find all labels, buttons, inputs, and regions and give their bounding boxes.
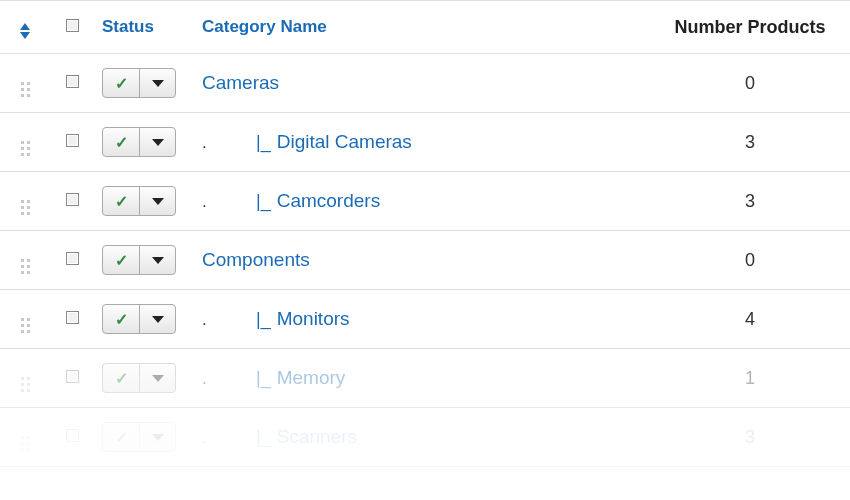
tree-branch-icon: |_	[256, 191, 271, 212]
drag-handle-icon[interactable]	[21, 82, 30, 97]
indent-dot: .	[202, 192, 228, 212]
chevron-down-icon	[152, 257, 164, 264]
status-toggle[interactable]: ✓	[102, 304, 176, 334]
row-checkbox[interactable]	[66, 252, 79, 265]
product-count: 3	[745, 191, 755, 211]
sort-icon[interactable]	[20, 23, 30, 39]
tree-branch-icon: |_	[256, 132, 271, 153]
chevron-down-icon	[152, 434, 164, 441]
product-count: 4	[745, 309, 755, 329]
drag-handle-icon[interactable]	[21, 259, 30, 274]
status-toggle[interactable]: ✓	[102, 127, 176, 157]
drag-handle-icon[interactable]	[21, 318, 30, 333]
product-count: 1	[745, 368, 755, 388]
status-toggle[interactable]: ✓	[102, 245, 176, 275]
drag-handle-icon[interactable]	[21, 495, 30, 501]
status-toggle[interactable]: ✓	[102, 481, 176, 500]
indent-dot: .	[202, 487, 228, 500]
table-header-row: Status Category Name Number Products	[0, 1, 850, 54]
category-name-link[interactable]: Cameras	[202, 72, 279, 93]
drag-handle-icon[interactable]	[21, 436, 30, 451]
table-row: ✓.|_Monitors4	[0, 290, 850, 349]
select-all-checkbox[interactable]	[66, 19, 79, 32]
indent-dot: .	[202, 369, 228, 389]
drag-handle-icon[interactable]	[21, 141, 30, 156]
tree-branch-icon: |_	[256, 309, 271, 330]
check-icon: ✓	[115, 192, 128, 211]
status-toggle[interactable]: ✓	[102, 68, 176, 98]
check-icon: ✓	[115, 369, 128, 388]
table-row: ✓.|_Memory1	[0, 349, 850, 408]
indent-dot: .	[202, 310, 228, 330]
chevron-down-icon	[152, 139, 164, 146]
chevron-down-icon	[152, 198, 164, 205]
check-icon: ✓	[115, 487, 128, 501]
product-count: 0	[745, 250, 755, 270]
header-status[interactable]: Status	[94, 1, 194, 54]
category-name-link[interactable]: Camcorders	[277, 190, 380, 211]
header-category-name[interactable]: Category Name	[194, 1, 650, 54]
category-name-link[interactable]: Digital Cameras	[277, 131, 412, 152]
table-row: ✓.|_Scanners3	[0, 408, 850, 467]
category-name-link[interactable]: Scanners	[277, 426, 357, 447]
row-checkbox[interactable]	[66, 75, 79, 88]
category-name-link[interactable]: Components	[202, 249, 310, 270]
drag-handle-icon[interactable]	[21, 377, 30, 392]
drag-handle-icon[interactable]	[21, 200, 30, 215]
product-count: 0	[745, 73, 755, 93]
status-toggle[interactable]: ✓	[102, 186, 176, 216]
check-icon: ✓	[115, 310, 128, 329]
tree-branch-icon: |_	[256, 368, 271, 389]
category-name-link[interactable]: Printers	[277, 485, 342, 500]
tree-branch-icon: |_	[256, 486, 271, 500]
table-row: ✓Components0	[0, 231, 850, 290]
tree-branch-icon: |_	[256, 427, 271, 448]
check-icon: ✓	[115, 251, 128, 270]
category-table: Status Category Name Number Products ✓Ca…	[0, 0, 850, 500]
chevron-down-icon	[152, 375, 164, 382]
row-checkbox[interactable]	[66, 429, 79, 442]
status-toggle[interactable]: ✓	[102, 422, 176, 452]
table-row: ✓Cameras0	[0, 54, 850, 113]
indent-dot: .	[202, 133, 228, 153]
row-checkbox[interactable]	[66, 193, 79, 206]
check-icon: ✓	[115, 428, 128, 447]
product-count: 3	[745, 132, 755, 152]
table-row: ✓.|_Camcorders3	[0, 172, 850, 231]
row-checkbox[interactable]	[66, 311, 79, 324]
chevron-down-icon	[152, 80, 164, 87]
table-row: ✓.|_Printers0	[0, 467, 850, 501]
chevron-down-icon	[152, 316, 164, 323]
category-name-link[interactable]: Memory	[277, 367, 346, 388]
product-count: 3	[745, 427, 755, 447]
indent-dot: .	[202, 428, 228, 448]
table-row: ✓.|_Digital Cameras3	[0, 113, 850, 172]
row-checkbox[interactable]	[66, 370, 79, 383]
row-checkbox[interactable]	[66, 134, 79, 147]
check-icon: ✓	[115, 133, 128, 152]
header-number-products[interactable]: Number Products	[650, 1, 850, 54]
product-count: 0	[745, 486, 755, 501]
category-name-link[interactable]: Monitors	[277, 308, 350, 329]
status-toggle[interactable]: ✓	[102, 363, 176, 393]
chevron-down-icon	[152, 493, 164, 500]
check-icon: ✓	[115, 74, 128, 93]
row-checkbox[interactable]	[66, 488, 79, 500]
